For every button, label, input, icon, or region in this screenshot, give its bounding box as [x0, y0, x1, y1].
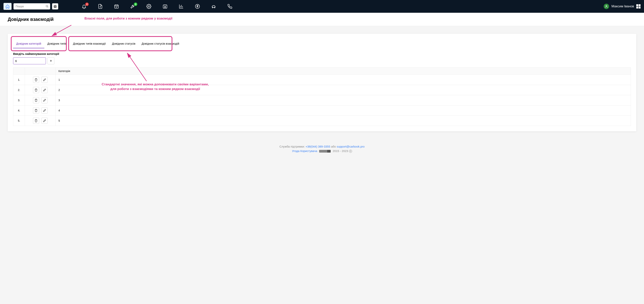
col-number — [13, 68, 25, 75]
pencil-icon — [43, 78, 46, 81]
category-name-input[interactable] — [13, 57, 46, 64]
delete-row-button[interactable] — [33, 87, 39, 93]
row-actions — [25, 116, 56, 126]
trash-icon — [34, 109, 38, 112]
row-actions — [25, 105, 56, 116]
bank-button[interactable] — [52, 3, 58, 10]
trash-icon — [34, 88, 38, 92]
row-actions — [25, 95, 56, 105]
support-email-link[interactable]: support@carbook.pro — [337, 145, 364, 148]
delete-row-button[interactable] — [33, 97, 39, 103]
row-number: 2. — [13, 85, 25, 95]
truck-icon — [319, 150, 331, 153]
pencil-icon — [43, 88, 46, 92]
annotation-middle: Стандартні значення, які можна доповнюва… — [100, 82, 210, 91]
user-avatar[interactable] — [604, 4, 609, 9]
new-document-button[interactable] — [98, 4, 103, 9]
search-input[interactable] — [14, 3, 50, 10]
edit-row-button[interactable] — [42, 77, 48, 83]
pencil-icon — [43, 109, 46, 112]
trash-icon — [34, 99, 38, 102]
tab-interaction-statuses[interactable]: Довідник статусів взаємодій — [138, 39, 182, 48]
svg-point-4 — [165, 6, 166, 7]
gear-icon — [146, 4, 151, 9]
trash-icon — [34, 119, 38, 122]
tools-button[interactable]: 3 — [130, 4, 135, 9]
table-row: 4.4 — [13, 105, 631, 116]
svg-point-8 — [606, 5, 607, 6]
pencil-icon — [43, 119, 46, 122]
edit-row-button[interactable] — [42, 118, 48, 124]
footer: Служба підтримки: +38(044) 389-3355 або … — [0, 139, 644, 159]
nav-icons-group: 2 3 — [81, 4, 232, 9]
apps-menu-button[interactable] — [636, 4, 640, 9]
trash-icon — [34, 78, 38, 81]
svg-point-7 — [214, 7, 215, 8]
home-button[interactable] — [4, 3, 12, 10]
tabs-container: Довідник категорій Довідник типів Довідн… — [13, 34, 631, 48]
svg-point-2 — [148, 6, 150, 7]
row-actions — [25, 85, 56, 95]
annotation-top: Власні поля, для роботи з кожним рядком … — [84, 17, 172, 21]
tab-categories[interactable]: Довідник категорій — [13, 39, 44, 48]
finance-button[interactable] — [195, 4, 200, 9]
tools-badge: 3 — [134, 3, 137, 6]
table-row: 3.3 — [13, 95, 631, 105]
edit-row-button[interactable] — [42, 87, 48, 93]
main-card: Довідник категорій Довідник типів Довідн… — [8, 34, 636, 131]
col-actions — [25, 68, 56, 75]
car-icon — [211, 4, 216, 9]
bank-icon — [54, 5, 57, 8]
top-navbar: 2 3 Макс — [0, 0, 644, 13]
registered-mark: ® — [349, 150, 352, 153]
pencil-icon — [43, 99, 46, 102]
categories-table: Категорія 1.12.23.34.45.5 — [13, 67, 631, 126]
home-icon — [6, 4, 10, 9]
page-title: Довідник взаємодій — [8, 17, 54, 22]
footer-years: 2015 - 2023 — [333, 149, 348, 153]
user-agreement-link[interactable]: Угода Користувача — [292, 149, 317, 153]
row-value: 5 — [56, 116, 631, 126]
svg-rect-3 — [163, 5, 167, 8]
calendar-user-button[interactable] — [162, 4, 168, 9]
delete-row-button[interactable] — [33, 118, 39, 124]
category-input-label: Введіть найменування категорії — [13, 52, 631, 55]
col-category: Категорія — [56, 68, 631, 75]
reports-button[interactable] — [178, 4, 184, 9]
dollar-icon — [195, 4, 200, 9]
calendar-check-button[interactable] — [114, 4, 119, 9]
tab-interaction-types[interactable]: Довідник типів взаємодії — [70, 39, 109, 48]
edit-row-button[interactable] — [42, 107, 48, 114]
row-number: 5. — [13, 116, 25, 126]
tab-types[interactable]: Довідник типів — [44, 39, 70, 48]
svg-rect-1 — [114, 5, 118, 8]
support-phone-link[interactable]: +38(044) 389-3355 — [306, 145, 330, 148]
row-number: 1. — [13, 75, 25, 85]
row-value: 4 — [56, 105, 631, 116]
edit-row-button[interactable] — [42, 97, 48, 103]
page-header: Довідник взаємодій Власні поля, для робо… — [0, 13, 644, 26]
vehicle-button[interactable] — [211, 4, 216, 9]
phone-icon — [227, 4, 232, 9]
nav-right-group: Максим Іванов — [604, 4, 640, 9]
add-document-icon — [98, 4, 103, 9]
svg-point-0 — [46, 5, 48, 7]
user-icon — [605, 5, 608, 8]
settings-button[interactable] — [146, 4, 152, 9]
calls-button[interactable] — [227, 4, 232, 9]
table-row: 5.5 — [13, 116, 631, 126]
calendar-user-icon — [162, 4, 168, 9]
row-number: 4. — [13, 105, 25, 116]
row-value: 3 — [56, 95, 631, 105]
search-icon — [46, 5, 48, 8]
delete-row-button[interactable] — [33, 77, 39, 83]
add-category-button[interactable] — [48, 57, 54, 64]
delete-row-button[interactable] — [33, 107, 39, 114]
row-actions — [25, 75, 56, 85]
notifications-button[interactable]: 2 — [81, 4, 87, 9]
tab-statuses[interactable]: Довідник статусів — [109, 39, 139, 48]
support-label: Служба підтримки: — [280, 145, 306, 148]
username-label[interactable]: Максим Іванов — [612, 5, 634, 8]
row-number: 3. — [13, 95, 25, 105]
calendar-check-icon — [114, 4, 119, 9]
